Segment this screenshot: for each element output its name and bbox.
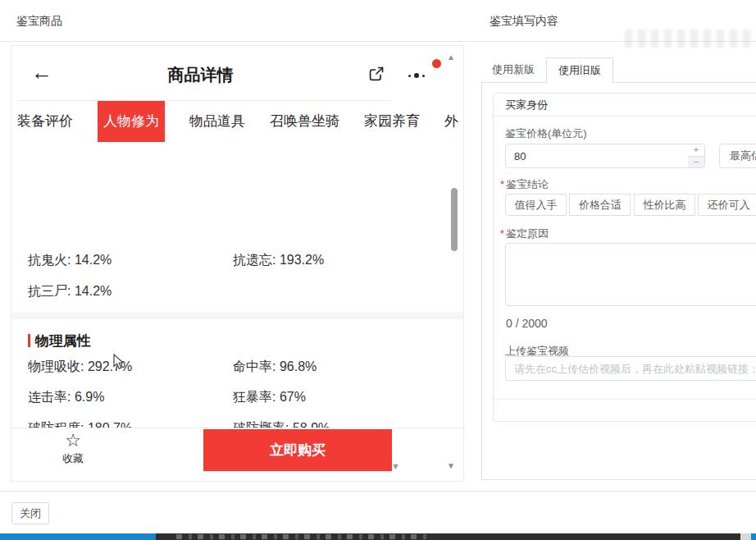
- stat-row: 抗鬼火: 14.2% 抗遗忘: 193.2%: [11, 252, 463, 272]
- share-icon[interactable]: [367, 65, 385, 83]
- background-strip-blue-right: [751, 533, 756, 540]
- stat-row: 破防程度: 180.7% 破防概率: 58.9%: [11, 420, 463, 428]
- conclusion-good-value[interactable]: 性价比高: [634, 194, 695, 216]
- stepper-down-icon[interactable]: −: [688, 156, 704, 167]
- char-counter: 0 / 2000: [506, 317, 548, 330]
- section-separator: [11, 312, 463, 319]
- tab-use-new-version[interactable]: 使用新版: [492, 62, 535, 77]
- stat-row: 抗三尸: 14.2%: [11, 283, 463, 303]
- tab-appearance[interactable]: 外: [444, 101, 458, 142]
- conclusion-fair-price[interactable]: 价格合适: [569, 194, 631, 216]
- price-label: 鉴宝价格(单位元): [505, 126, 587, 141]
- tab-equip-review[interactable]: 装备评价: [17, 101, 73, 142]
- video-link-input[interactable]: [505, 356, 756, 381]
- product-tab-bar: 装备评价 人物修为 物品道具 召唤兽坐骑 家园养育 外: [11, 101, 463, 142]
- tab-items-props[interactable]: 物品道具: [189, 101, 245, 142]
- stat-row: 连击率: 6.9% 狂暴率: 67%: [11, 389, 463, 409]
- section-header-physical: 物理属性: [28, 332, 91, 349]
- stat-break-defense-chance: 破防概率: 58.9%: [233, 420, 330, 428]
- section-accent-bar: [28, 334, 30, 347]
- stat-combo-rate: 连击率: 6.9%: [28, 389, 104, 406]
- stepper-up-icon[interactable]: +: [688, 144, 704, 156]
- price-input-wrapper: + −: [505, 144, 705, 168]
- product-detail-panel: ← 商品详情 装备评价 人物修为 物品道具 召唤兽坐骑 家园养育 外 抗鬼火: …: [11, 45, 464, 482]
- stat-frenzy-rate: 狂暴率: 67%: [233, 389, 306, 406]
- favorite-button[interactable]: ☆ 收藏: [52, 431, 94, 466]
- reason-textarea[interactable]: [505, 243, 756, 306]
- form-panel-title: 鉴宝填写内容: [490, 14, 558, 29]
- stat-physical-absorb: 物理吸收: 292.7%: [28, 359, 132, 376]
- required-marker: *: [500, 178, 504, 190]
- buyer-identity-header: 买家身份: [494, 94, 756, 117]
- price-stepper: + −: [688, 144, 704, 167]
- star-icon: ☆: [52, 431, 94, 451]
- stat-anti-ghostfire: 抗鬼火: 14.2%: [28, 252, 112, 269]
- required-marker: *: [500, 227, 504, 240]
- price-input[interactable]: [506, 144, 688, 167]
- stat-break-defense-degree: 破防程度: 180.7%: [28, 420, 132, 428]
- tab-character-cultivation[interactable]: 人物修为: [98, 101, 165, 142]
- conclusion-options-group: 值得入手 价格合适 性价比高 还价可入 价: [505, 194, 756, 216]
- more-icon[interactable]: [403, 72, 430, 79]
- max-estimate-button[interactable]: 最高估价: [719, 144, 756, 168]
- product-title: 商品详情: [11, 64, 389, 86]
- tab-home-nurture[interactable]: 家园养育: [364, 101, 420, 142]
- notification-badge-dot: [432, 59, 441, 68]
- scrollbar-thumb[interactable]: [451, 188, 458, 251]
- stat-anti-sanshi: 抗三尸: 14.2%: [28, 283, 112, 300]
- background-strip-text-fragments: [176, 534, 430, 539]
- scrollbar-down-icon[interactable]: ▼: [447, 461, 455, 470]
- background-strip-light: [740, 533, 751, 540]
- favorite-label: 收藏: [52, 451, 94, 466]
- reason-label: *鉴定原因: [500, 227, 549, 241]
- conclusion-label: *鉴宝结论: [500, 177, 549, 192]
- watermark: [625, 30, 754, 48]
- stat-row: 物理吸收: 292.7% 命中率: 96.8%: [11, 359, 463, 378]
- buy-now-button[interactable]: 立即购买: [203, 429, 392, 471]
- page-down-icon[interactable]: ▼: [391, 461, 400, 471]
- background-window-strip: [0, 533, 756, 540]
- background-strip-blue: [0, 533, 156, 540]
- stat-anti-forget: 抗遗忘: 193.2%: [233, 252, 324, 269]
- dialog-title: 鉴宝商品: [16, 14, 62, 29]
- group-footer-divider: [494, 399, 756, 400]
- dialog-header: 鉴宝商品 鉴宝填写内容: [0, 0, 756, 42]
- stats-scroll-area: 抗鬼火: 14.2% 抗遗忘: 193.2% 抗三尸: 14.2% 物理属性 物…: [11, 142, 463, 428]
- close-button[interactable]: 关闭: [11, 502, 49, 524]
- buyer-identity-group: 买家身份 鉴宝价格(单位元) + − 最高估价 *鉴宝结论 值得入手 价格合适 …: [493, 93, 756, 422]
- conclusion-worth-buying[interactable]: 值得入手: [505, 194, 567, 216]
- appraisal-dialog: 鉴宝商品 鉴宝填写内容 ← 商品详情 装备评价 人物修为 物品道具 召唤兽坐骑 …: [0, 0, 756, 540]
- product-header: ← 商品详情: [11, 46, 463, 101]
- scrollbar-up-icon[interactable]: ▲: [447, 53, 455, 62]
- stat-hit-rate: 命中率: 96.8%: [233, 359, 317, 376]
- conclusion-bargain-ok[interactable]: 还价可入: [698, 194, 756, 216]
- tab-summon-mount[interactable]: 召唤兽坐骑: [270, 101, 339, 142]
- appraisal-form-panel: 买家身份 鉴宝价格(单位元) + − 最高估价 *鉴宝结论 值得入手 价格合适 …: [481, 82, 756, 480]
- tab-use-old-version[interactable]: 使用旧版: [546, 57, 613, 83]
- dialog-footer: 关闭: [0, 491, 756, 533]
